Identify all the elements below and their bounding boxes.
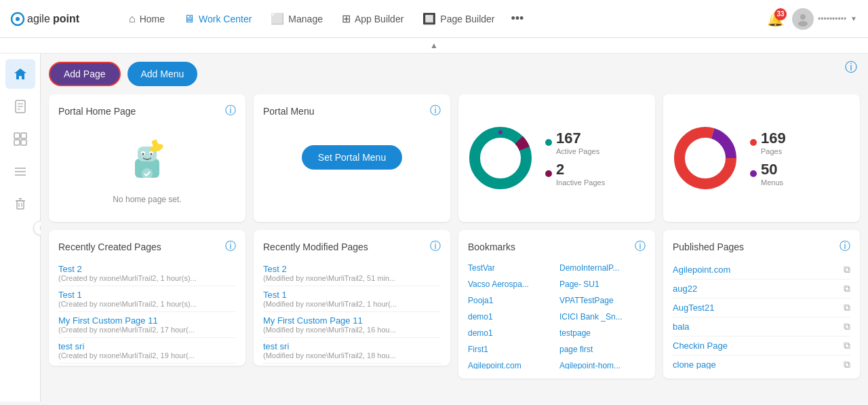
svg-rect-17	[17, 201, 24, 209]
bookmark-item[interactable]: ICICI Bank _Sn...	[559, 309, 646, 324]
nav-home[interactable]: ⌂ Home	[121, 9, 173, 29]
bookmark-item[interactable]: First1	[468, 342, 554, 357]
bookmarks-card: Bookmarks ⓘ TestVarDemoInternalP...Vacso…	[458, 230, 655, 379]
list-item[interactable]: Test 2(Modified by nxone\MurliTrail2, 51…	[263, 261, 441, 286]
app-logo[interactable]: agile point	[11, 8, 99, 30]
portal-menu-title: Portal Menu	[263, 106, 314, 117]
svg-text:agile: agile	[27, 13, 50, 24]
published-page-name[interactable]: Checkin Page	[673, 341, 728, 351]
published-page-item: aug22⧉	[673, 279, 850, 298]
bookmark-item[interactable]: Agilepoint.com	[468, 358, 554, 369]
portal-menu-content: Set Portal Menu	[263, 125, 441, 190]
portal-home-info-icon[interactable]: ⓘ	[225, 104, 236, 118]
bookmark-item[interactable]: Agilepoint-hom...	[559, 358, 646, 369]
nav-workcenter-label: Work Center	[199, 14, 252, 24]
copy-icon[interactable]: ⧉	[844, 321, 850, 332]
bookmark-item[interactable]: page first	[559, 342, 646, 357]
portal-menu-info-icon[interactable]: ⓘ	[430, 104, 441, 118]
bookmark-item[interactable]: TestVar	[468, 261, 554, 275]
manage-icon: ⬜	[271, 12, 284, 25]
recently-modified-info-icon[interactable]: ⓘ	[430, 239, 441, 254]
user-menu[interactable]: •••••••••• ▼	[792, 8, 857, 30]
bookmarks-title: Bookmarks	[468, 242, 515, 252]
active-dot	[545, 139, 552, 146]
nav-appbuilder[interactable]: ⊞ App Builder	[334, 8, 412, 29]
bookmark-item[interactable]: VPATTestPage	[559, 293, 646, 308]
portal-menu-header: Portal Menu ⓘ	[263, 104, 441, 118]
list-item[interactable]: My First Custom Page 10	[58, 364, 236, 366]
list-item[interactable]: My First Custom Page 11(Modified by nxon…	[263, 312, 441, 338]
bookmark-item[interactable]: Page- SU1	[559, 277, 646, 292]
nav-home-label: Home	[140, 14, 165, 24]
add-page-button[interactable]: Add Page	[49, 62, 121, 86]
sidebar-item-pages[interactable]	[5, 92, 35, 121]
list-item[interactable]: Test 1(Modified by nxone\MurliTrail2, 1 …	[263, 286, 441, 312]
svg-point-30	[142, 168, 153, 179]
bookmark-item[interactable]: DemoInternalP...	[559, 261, 646, 275]
nav-pagebuilder-label: Page Builder	[440, 14, 494, 24]
bookmark-item[interactable]: Vacso Aerospa...	[468, 277, 554, 292]
copy-icon[interactable]: ⧉	[844, 359, 850, 369]
published-page-name[interactable]: aug22	[673, 284, 697, 294]
list-item[interactable]: test sri(Created by nxone\MurliTrail2, 1…	[58, 338, 236, 364]
total-pages-info: 169 Pages	[761, 130, 786, 155]
bookmark-item[interactable]: testpage	[559, 326, 646, 341]
home-icon: ⌂	[129, 13, 136, 25]
published-page-name[interactable]: Agilepoint.com	[673, 265, 730, 275]
copy-icon[interactable]: ⧉	[844, 264, 850, 275]
total-pages-row: 169 Pages	[750, 130, 786, 155]
recently-created-header: Recently Created Pages ⓘ	[58, 239, 236, 254]
recently-modified-title: Recently Modified Pages	[263, 242, 368, 252]
list-item[interactable]: Test 2(Created by nxone\MurliTrail2, 1 h…	[58, 261, 236, 286]
nav-appbuilder-label: App Builder	[355, 14, 403, 24]
published-pages-info-icon[interactable]: ⓘ	[840, 239, 850, 254]
published-page-name[interactable]: clone page	[673, 360, 716, 369]
list-item[interactable]: My First Custom Page 11(Created by nxone…	[58, 312, 236, 338]
copy-icon[interactable]: ⧉	[844, 283, 850, 294]
bottom-grid: Recently Created Pages ⓘ Test 2(Created …	[49, 230, 860, 379]
top-navigation: agile point ⌂ Home 🖥 Work Center ⬜ Manag…	[0, 0, 868, 38]
svg-rect-12	[14, 140, 20, 145]
notification-button[interactable]: 🔔 33	[767, 11, 784, 27]
bookmark-item[interactable]: demo1	[468, 326, 554, 341]
sidebar: ›	[0, 54, 41, 402]
list-item[interactable]: Test 1(Created by nxone\MurliTrail2, 1 h…	[58, 286, 236, 312]
sidebar-item-home[interactable]	[5, 59, 35, 89]
sidebar-item-list[interactable]	[5, 157, 35, 187]
svg-point-37	[690, 143, 720, 173]
nav-pagebuilder[interactable]: 🔲 Page Builder	[414, 8, 502, 29]
published-pages-card: Published Pages ⓘ Agilepoint.com⧉aug22⧉A…	[663, 230, 860, 379]
add-menu-button[interactable]: Add Menu	[127, 62, 198, 86]
list-item[interactable]: My First Custom Page 10	[263, 364, 441, 366]
published-page-name[interactable]: AugTest21	[673, 303, 714, 313]
avatar	[792, 8, 814, 30]
bookmark-item[interactable]: Pooja1	[468, 293, 554, 308]
svg-rect-11	[21, 133, 26, 138]
bookmark-item[interactable]: demo1	[468, 309, 554, 324]
pages-stats-info: 167 Active Pages 2 Inactive Pages	[545, 130, 605, 187]
top-grid: Portal Home Page ⓘ	[49, 94, 860, 222]
inactive-pages-count: 2	[556, 161, 605, 178]
pages-menus-donut-chart	[671, 124, 739, 192]
content-info-icon[interactable]: ⓘ	[845, 59, 857, 75]
sidebar-item-trash[interactable]	[5, 189, 35, 219]
pages-menus-info: 169 Pages 50 Menus	[750, 130, 786, 187]
pages-stats-card: 167 Active Pages 2 Inactive Pages	[458, 94, 655, 222]
nav-workcenter[interactable]: 🖥 Work Center	[176, 9, 260, 29]
recently-created-info-icon[interactable]: ⓘ	[225, 239, 236, 254]
list-item[interactable]: test sri(Modified by nxone\MurliTrail2, …	[263, 338, 441, 364]
copy-icon[interactable]: ⧉	[844, 302, 850, 313]
svg-rect-13	[21, 140, 26, 145]
bookmarks-info-icon[interactable]: ⓘ	[635, 239, 646, 254]
published-page-item: Checkin Page⧉	[673, 336, 850, 355]
svg-point-33	[498, 130, 502, 134]
menus-dot	[750, 170, 757, 177]
nav-more-button[interactable]: •••	[506, 7, 530, 30]
pages-donut-chart	[467, 124, 534, 192]
nav-manage[interactable]: ⬜ Manage	[262, 8, 331, 29]
collapse-button[interactable]: ▲	[430, 41, 438, 50]
sidebar-item-dashboard[interactable]	[5, 124, 35, 154]
set-portal-menu-button[interactable]: Set Portal Menu	[302, 145, 402, 170]
published-page-name[interactable]: bala	[673, 322, 690, 332]
copy-icon[interactable]: ⧉	[844, 340, 850, 351]
